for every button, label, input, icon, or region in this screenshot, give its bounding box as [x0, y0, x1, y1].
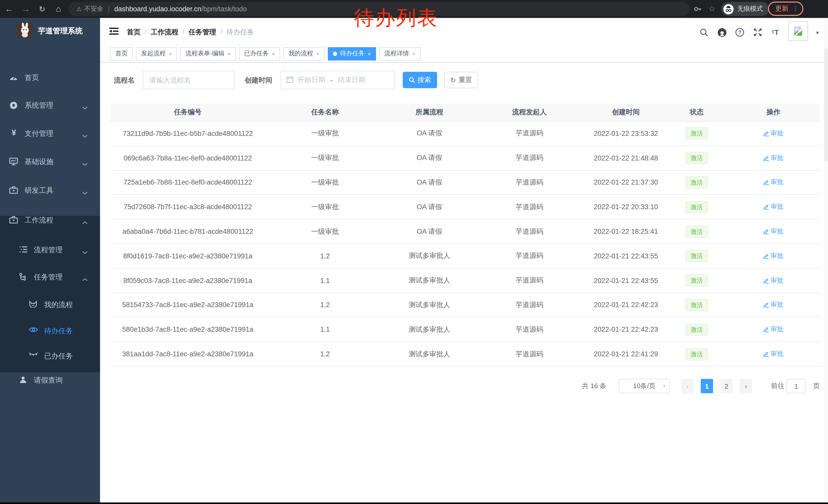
- page-button-2[interactable]: 2: [720, 379, 733, 393]
- scrollbar-thumb[interactable]: [824, 49, 827, 162]
- edit-pencil-icon: [763, 253, 769, 259]
- tab-close-icon[interactable]: ×: [272, 50, 275, 57]
- tab-done-tasks[interactable]: 已办任务×: [239, 47, 280, 60]
- browser-update-button[interactable]: 更新 ⋮: [768, 2, 803, 16]
- column-header-action: 操作: [727, 108, 820, 117]
- sidebar-item-infrastructure[interactable]: 基础设施: [0, 149, 100, 174]
- table-row: 580e1b3d-7ac8-11ec-a9e2-a2380e71991a 1.1…: [111, 318, 820, 342]
- sidebar-item-done-tasks[interactable]: 已办任务: [0, 343, 100, 369]
- breadcrumb-task-management[interactable]: 任务管理: [189, 28, 216, 37]
- tab-close-icon[interactable]: ×: [316, 50, 320, 57]
- sidebar-item-system[interactable]: 系统管理: [0, 92, 100, 118]
- process-name-input[interactable]: [142, 71, 235, 89]
- sidebar-collapse-icon[interactable]: [109, 27, 119, 38]
- avatar[interactable]: [788, 21, 808, 41]
- cell-process: 测试多审批人: [385, 276, 473, 285]
- browser-reload-button[interactable]: ↻: [35, 0, 49, 18]
- cell-create-time: 2022-01-21 22:42:23: [585, 301, 666, 309]
- tab-process-detail[interactable]: 流程详情×: [379, 47, 420, 60]
- approve-label: 审批: [771, 301, 783, 310]
- font-size-icon[interactable]: TT: [770, 27, 781, 38]
- not-secure-label[interactable]: 不安全: [84, 5, 104, 13]
- approve-button[interactable]: 审批: [763, 203, 783, 212]
- approve-button[interactable]: 审批: [763, 350, 783, 358]
- approve-button[interactable]: 审批: [763, 178, 783, 187]
- cell-create-time: 2022-01-21 22:41:29: [585, 350, 666, 358]
- sidebar-item-todo-tasks[interactable]: 待办任务: [0, 318, 100, 343]
- chevron-down-icon: [82, 131, 88, 139]
- chevron-up-icon: [82, 275, 88, 283]
- approve-button[interactable]: 审批: [763, 153, 783, 162]
- reset-button[interactable]: ↻ 重置: [444, 72, 478, 88]
- cell-create-time: 2022-01-22 21:48:48: [585, 154, 666, 162]
- cell-initiator: 芋道源码: [473, 153, 585, 163]
- not-secure-warning-icon: ⚠: [76, 6, 82, 12]
- sidebar-item-dev-tools[interactable]: 研发工具: [0, 177, 100, 203]
- app-logo-row[interactable]: 芋道管理系统: [0, 18, 100, 44]
- tab-process-form-edit[interactable]: 流程表单-编辑×: [180, 47, 236, 60]
- column-header-task-id: 任务编号: [111, 108, 265, 117]
- bookmark-star-icon[interactable]: ☆: [708, 4, 715, 13]
- sidebar-item-leave-query[interactable]: 请假查询: [0, 367, 100, 393]
- tab-my-process[interactable]: 我的流程×: [283, 47, 325, 60]
- cell-initiator: 芋道源码: [473, 227, 585, 236]
- browser-menu-icon[interactable]: ⋮: [792, 5, 798, 12]
- sidebar-item-label: 支付管理: [25, 129, 53, 138]
- scrollbar[interactable]: [824, 18, 828, 502]
- breadcrumb-home[interactable]: 首页: [127, 28, 140, 37]
- approve-button[interactable]: 审批: [763, 129, 783, 138]
- approve-button[interactable]: 审批: [763, 227, 783, 236]
- goto-page-input[interactable]: [786, 379, 806, 393]
- browser-forward-button[interactable]: →: [18, 0, 33, 18]
- home-icon: ⌂: [56, 4, 61, 14]
- calendar-icon: [286, 76, 293, 84]
- search-button[interactable]: 搜索: [403, 72, 437, 88]
- approve-button[interactable]: 审批: [763, 276, 783, 285]
- tab-home[interactable]: 首页: [110, 47, 133, 60]
- sidebar-item-home[interactable]: 首页: [0, 64, 100, 90]
- tab-close-icon[interactable]: ×: [412, 50, 415, 57]
- password-key-icon[interactable]: [694, 5, 702, 15]
- cell-task-name: 一级审批: [265, 227, 385, 236]
- start-date-placeholder[interactable]: 开始日期: [297, 75, 325, 85]
- browser-back-button[interactable]: ←: [2, 0, 16, 18]
- page-size-select[interactable]: 10条/页 ▾: [619, 379, 670, 393]
- cell-task-id: 725a1eb6-7b88-11ec-8ef0-acde48001122: [111, 179, 265, 186]
- end-date-placeholder[interactable]: 结束日期: [338, 75, 366, 85]
- incognito-badge: 无痕模式: [721, 2, 769, 16]
- sidebar-item-payment[interactable]: ¥ 支付管理: [0, 121, 100, 146]
- help-icon[interactable]: ?: [734, 27, 745, 38]
- tab-close-icon[interactable]: ×: [227, 50, 231, 57]
- breadcrumb-workflow[interactable]: 工作流程: [151, 28, 178, 37]
- cell-task-id: 381aa1dd-7ac8-11ec-a9e2-a2380e71991a: [111, 350, 265, 358]
- page-button-1[interactable]: 1: [701, 379, 713, 393]
- todo-task-table: 任务编号 任务名称 所属流程 流程发起人 创建时间 状态 操作 73211d9d…: [111, 103, 820, 367]
- browser-home-button[interactable]: ⌂: [51, 0, 66, 18]
- chevron-down-icon: [82, 103, 88, 111]
- sidebar-item-workflow[interactable]: 工作流程: [0, 207, 100, 233]
- sidebar-item-my-process[interactable]: 我的流程: [0, 292, 100, 317]
- sidebar-item-process-management[interactable]: 流程管理: [0, 237, 100, 263]
- sidebar-item-task-management[interactable]: 任务管理: [0, 264, 100, 290]
- tab-label: 首页: [115, 49, 128, 58]
- tab-close-icon[interactable]: ×: [368, 50, 371, 57]
- tab-start-process[interactable]: 发起流程×: [136, 47, 177, 60]
- avatar-caret-icon[interactable]: ▼: [815, 30, 820, 35]
- tab-close-icon[interactable]: ×: [169, 50, 172, 57]
- status-badge: 激活: [686, 176, 708, 189]
- approve-button[interactable]: 审批: [763, 325, 783, 334]
- fullscreen-icon[interactable]: [752, 27, 763, 38]
- prev-page-button[interactable]: ‹: [681, 379, 694, 393]
- tab-todo-tasks[interactable]: 待办任务×: [328, 47, 376, 60]
- github-icon[interactable]: [716, 27, 728, 38]
- cell-task-name: 1.2: [265, 252, 385, 260]
- cell-task-id: 73211d9d-7b9b-11ec-b5b7-acde48001122: [111, 130, 265, 137]
- approve-label: 审批: [771, 227, 783, 236]
- cell-task-name: 1.1: [265, 326, 385, 333]
- cell-initiator: 芋道源码: [473, 301, 585, 310]
- approve-button[interactable]: 审批: [763, 301, 783, 310]
- approve-button[interactable]: 审批: [763, 252, 783, 261]
- date-range-picker[interactable]: 开始日期 - 结束日期: [281, 71, 395, 89]
- search-icon[interactable]: [698, 27, 709, 38]
- next-page-button[interactable]: ›: [740, 379, 752, 393]
